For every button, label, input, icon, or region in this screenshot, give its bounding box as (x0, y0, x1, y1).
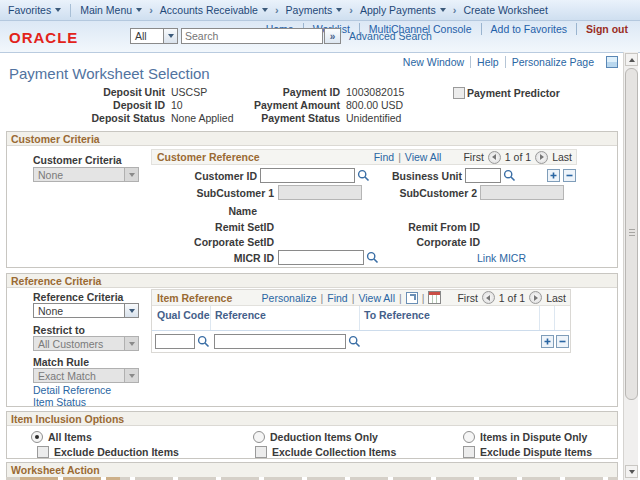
personalize-link[interactable]: Personalize (262, 292, 317, 304)
search-scope-select[interactable]: All (130, 28, 178, 44)
remit-setid-label: Remit SetID (151, 221, 274, 233)
scroll-up-button[interactable] (625, 53, 638, 66)
chevron-down-icon (55, 8, 61, 12)
add-row-button[interactable] (541, 335, 554, 348)
subcustomer1-input (278, 185, 362, 200)
delete-row-button[interactable] (563, 169, 576, 182)
customer-id-input[interactable] (260, 168, 355, 183)
corporate-setid-label: Corporate SetID (151, 236, 274, 248)
personalize-layout-icon[interactable] (606, 56, 618, 68)
breadcrumb-item-main-menu[interactable]: Main Menu (80, 4, 142, 16)
scrollbar-thumb[interactable] (625, 68, 638, 400)
payment-predictor-checkbox[interactable] (453, 87, 465, 99)
new-window-link[interactable]: New Window (397, 56, 470, 68)
last-page-button[interactable] (529, 291, 542, 304)
page-toolbar: New Window Help Personalize Page (397, 56, 618, 68)
reference-input[interactable] (214, 334, 346, 349)
breadcrumb-favorites-label: Favorites (8, 4, 51, 16)
first-page-button[interactable] (488, 151, 501, 164)
checkbox-icon[interactable] (255, 446, 267, 458)
chevron-down-icon[interactable] (163, 29, 177, 43)
last-page-button[interactable] (535, 151, 548, 164)
last-label: Last (552, 151, 572, 163)
deposit-status-label: Deposit Status (40, 112, 165, 125)
chevron-down-icon (262, 8, 268, 12)
payment-id-value: 1003082015 (346, 86, 404, 98)
item-reference-grid-header: Item Reference Personalize| Find| View A… (152, 290, 570, 306)
page-title: Payment Worksheet Selection (9, 65, 210, 82)
worksheet-action-section-header: Worksheet Action (7, 463, 617, 477)
breadcrumb-item-apply-payments[interactable]: Apply Payments (360, 4, 446, 16)
personalize-page-link[interactable]: Personalize Page (505, 56, 600, 68)
qual-code-input[interactable] (155, 334, 195, 349)
delete-row-button[interactable] (556, 335, 569, 348)
breadcrumb-item-payments[interactable]: Payments (286, 4, 343, 16)
micr-id-lookup-icon[interactable] (366, 251, 379, 264)
radio-selected-icon[interactable] (31, 431, 43, 443)
deduction-items-only-option[interactable]: Deduction Items Only (253, 431, 378, 443)
reference-criteria-label: Reference Criteria (33, 291, 153, 303)
match-rule-select[interactable]: Exact Match (33, 368, 139, 383)
first-label: First (457, 292, 477, 304)
payment-id-label: Payment ID (225, 86, 340, 99)
item-status-link[interactable]: Item Status (33, 396, 86, 408)
item-reference-row (152, 331, 570, 352)
view-all-link[interactable]: View All (405, 151, 442, 163)
add-row-button[interactable] (547, 169, 560, 182)
items-in-dispute-only-option[interactable]: Items in Dispute Only (463, 431, 587, 443)
payment-status-value: Unidentified (346, 112, 401, 124)
business-unit-label: Business Unit (391, 170, 462, 182)
item-reference-column-headers: Qual Code Reference To Reference (152, 306, 570, 331)
find-link[interactable]: Find (327, 292, 347, 304)
radio-icon[interactable] (463, 431, 475, 443)
vertical-scrollbar[interactable] (623, 52, 638, 480)
exclude-dispute-items-option[interactable]: Exclude Dispute Items (463, 446, 592, 458)
exclude-deduction-items-option[interactable]: Exclude Deduction Items (37, 446, 179, 458)
business-unit-input[interactable] (465, 168, 501, 183)
page-indicator: 1 of 1 (505, 151, 531, 163)
micr-id-input[interactable] (278, 250, 364, 265)
chevron-down-icon (336, 8, 342, 12)
radio-icon[interactable] (253, 431, 265, 443)
search-input[interactable] (181, 28, 323, 44)
add-to-favorites-link[interactable]: Add to Favorites (481, 23, 576, 35)
chevron-down-icon[interactable] (124, 304, 138, 317)
download-to-excel-icon[interactable] (428, 291, 441, 304)
view-all-link[interactable]: View All (358, 292, 395, 304)
deposit-id-value: 10 (171, 99, 183, 111)
zoom-grid-icon[interactable] (406, 292, 418, 304)
exclude-collection-items-option[interactable]: Exclude Collection Items (255, 446, 396, 458)
breadcrumb-item-accounts-receivable[interactable]: Accounts Receivable (160, 4, 268, 16)
breadcrumb-separator-icon (149, 4, 153, 16)
customer-id-lookup-icon[interactable] (357, 169, 370, 182)
breadcrumb-favorites[interactable]: Favorites (8, 4, 61, 16)
payment-predictor-label: Payment Predictor (467, 87, 560, 99)
help-link[interactable]: Help (470, 56, 505, 68)
name-label: Name (151, 205, 257, 217)
chevron-down-icon (136, 8, 142, 12)
advanced-search-link[interactable]: Advanced Search (349, 30, 432, 42)
reference-lookup-icon[interactable] (348, 335, 361, 348)
breadcrumb: Favorites Main Menu Accounts Receivable … (0, 0, 640, 21)
reference-criteria-select[interactable]: None (33, 303, 139, 318)
qual-code-lookup-icon[interactable] (197, 335, 210, 348)
chevron-down-icon (124, 337, 138, 350)
checkbox-icon[interactable] (37, 446, 49, 458)
detail-reference-link[interactable]: Detail Reference (33, 384, 111, 396)
link-micr-link[interactable]: Link MICR (477, 252, 526, 264)
search-go-button[interactable]: » (324, 28, 341, 44)
find-link[interactable]: Find (374, 151, 394, 163)
first-page-button[interactable] (482, 291, 495, 304)
checkbox-icon[interactable] (463, 446, 475, 458)
sign-out-link[interactable]: Sign out (576, 23, 630, 35)
customer-reference-title: Customer Reference (152, 151, 260, 163)
restrict-to-select[interactable]: All Customers (33, 336, 139, 351)
business-unit-lookup-icon[interactable] (503, 169, 516, 182)
item-reference-title: Item Reference (152, 292, 232, 304)
breadcrumb-item-create-worksheet[interactable]: Create Worksheet (463, 4, 547, 16)
customer-criteria-select[interactable]: None (33, 167, 139, 182)
match-rule-label: Match Rule (33, 356, 153, 368)
scroll-down-button[interactable] (625, 465, 638, 478)
all-items-option[interactable]: All Items (31, 431, 92, 443)
customer-id-label: Customer ID (151, 170, 257, 182)
